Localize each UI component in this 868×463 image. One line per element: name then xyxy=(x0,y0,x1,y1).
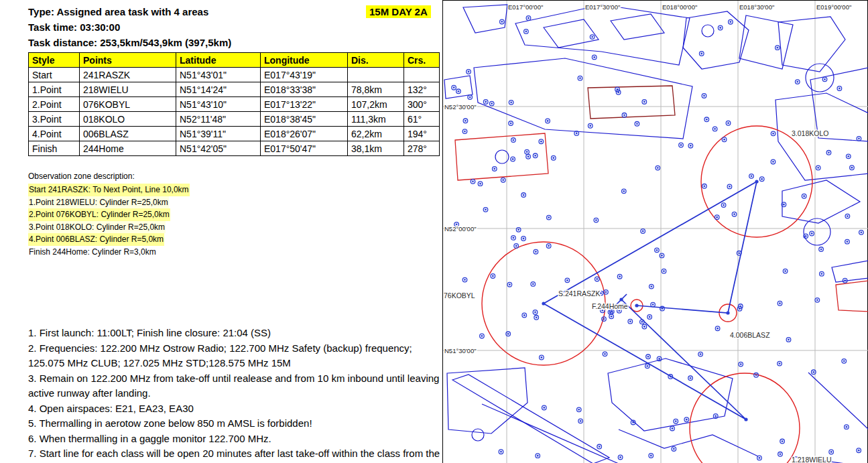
note-1: 1. First launch: 11:00LT; Finish line cl… xyxy=(28,326,445,341)
turnpoint-markers xyxy=(542,180,758,421)
cell: N51°39'11" xyxy=(176,127,261,141)
cell: 278° xyxy=(404,141,440,156)
col-latitude: Latitude xyxy=(176,53,261,68)
label-raszk: S.241RASZK xyxy=(558,289,600,297)
obs-line-2: 2.Point 076KOBYL: Cylinder R=25,0km xyxy=(28,208,190,221)
cell: Start xyxy=(29,68,80,82)
label-kobyl: 76KOBYL xyxy=(444,291,475,300)
day-badge: 15M DAY 2A xyxy=(366,5,431,18)
note-7: 7. Start line for each class will be ope… xyxy=(28,446,445,463)
cell: N52°11'48" xyxy=(176,112,261,127)
col-course: Crs. xyxy=(404,53,440,68)
lat-label: N52°00'00" xyxy=(444,225,477,233)
observation-zone-section: Observation zone description: Start 241R… xyxy=(28,172,190,258)
obs-text: 4.Point 006BLASZ: Cylinder R=5,0km xyxy=(28,233,164,246)
table-row: Finish244HomeN51°42'05"E017°50'47"38,1km… xyxy=(29,141,440,156)
note-4: 4. Open airspaces: E21, EA23, EA30 xyxy=(28,401,445,417)
cell: E017°13'22" xyxy=(261,97,348,112)
table-row: 4.Point006BLASZN51°39'11"E018°26'07"62,2… xyxy=(29,127,440,141)
note-6: 6. When thermalling in a gaggle monitor … xyxy=(28,432,445,447)
cell: 241RASZK xyxy=(80,68,176,82)
lat-label: N51°30'00" xyxy=(444,347,477,354)
cell: 194° xyxy=(404,127,440,141)
note-3: 3. Remain on 122.200 MHz from take-off u… xyxy=(28,371,445,401)
cell: 38,1km xyxy=(348,141,404,156)
obs-line-3: 3.Point 018KOLO: Cylinder R=25,0km xyxy=(28,221,190,234)
lon-label: E018°30'00" xyxy=(739,3,774,11)
cell: 006BLASZ xyxy=(80,127,176,141)
cell: 076KOBYL xyxy=(80,97,176,112)
lon-label: E018°00'00" xyxy=(662,3,697,11)
table-row: 3.Point018KOLON52°11'48"E018°38'45"111,3… xyxy=(29,112,440,127)
map-grid xyxy=(443,1,868,463)
cell: 62,2km xyxy=(348,127,404,141)
label-home: F.244Home xyxy=(592,302,628,310)
obs-text: Start 241RASZK: To Next Point, Line 10,0… xyxy=(28,184,190,196)
briefing-notes: 1. First launch: 11:00LT; Finish line cl… xyxy=(28,326,445,463)
cell: N51°14'24" xyxy=(176,82,261,97)
cell: 244Home xyxy=(80,141,176,156)
col-distance: Dis. xyxy=(348,53,404,68)
table-header-row: Style Points Latitude Longitude Dis. Crs… xyxy=(29,53,440,68)
cell: 107,2km xyxy=(348,97,404,112)
table-row: 2.Point076KOBYLN51°43'10"E017°13'22"107,… xyxy=(29,97,440,112)
col-style: Style xyxy=(29,53,80,68)
cell xyxy=(404,68,440,82)
task-time-line: Task time: 03:30:00 xyxy=(28,21,120,33)
lon-label: E019°00'00" xyxy=(816,3,851,11)
cell: E017°50'47" xyxy=(261,141,348,156)
obs-line-4: 4.Point 006BLASZ: Cylinder R=5,0km xyxy=(28,233,190,246)
cell: N51°43'01" xyxy=(176,68,261,82)
obs-text: Finish 244Home: Cylinder R=3,0km xyxy=(28,246,157,259)
cell: 3.Point xyxy=(29,112,80,127)
table-row: Start241RASZKN51°43'01"E017°43'19" xyxy=(29,68,440,82)
cell: E018°38'45" xyxy=(261,112,348,127)
note-2: 2. Frequencies: 122.200 MHz Ostrow Radio… xyxy=(28,341,445,371)
cell: E018°33'38" xyxy=(261,82,348,97)
task-map: E017°00'00" E017°30'00" E018°00'00" E018… xyxy=(442,0,868,463)
obs-text: 3.Point 018KOLO: Cylinder R=25,0km xyxy=(28,221,166,234)
cell: N51°42'05" xyxy=(176,141,261,156)
cell: E017°43'19" xyxy=(261,68,348,82)
cell: N51°43'10" xyxy=(176,97,261,112)
col-longitude: Longitude xyxy=(261,53,348,68)
obs-line-1: 1.Point 218WIELU: Cylinder R=25,0km xyxy=(28,196,190,209)
cell: 61° xyxy=(404,112,440,127)
cell: 4.Point xyxy=(29,127,80,141)
obs-line-finish: Finish 244Home: Cylinder R=3,0km xyxy=(28,246,190,259)
col-points: Points xyxy=(80,53,176,68)
label-blasz: 4.006BLASZ xyxy=(730,331,770,339)
cell: Finish xyxy=(29,141,80,156)
restricted-outlines xyxy=(455,86,868,312)
task-legs xyxy=(544,182,757,419)
cell: 018KOLO xyxy=(80,112,176,127)
lon-label: E017°00'00" xyxy=(508,3,543,11)
cell: 1.Point xyxy=(29,82,80,97)
task-route xyxy=(544,182,757,419)
obs-text: 2.Point 076KOBYL: Cylinder R=25,0km xyxy=(28,208,170,221)
observation-zone-circles xyxy=(482,126,812,463)
observation-title: Observation zone description: xyxy=(28,172,190,181)
map-svg: E017°00'00" E017°30'00" E018°00'00" E018… xyxy=(443,1,868,463)
task-type-line: Type: Assigned area task with 4 areas xyxy=(28,6,208,17)
cell xyxy=(348,68,404,82)
table-row: 1.Point218WIELUN51°14'24"E018°33'38"78,8… xyxy=(29,82,440,97)
label-wielu: 1.218WIELU xyxy=(792,456,832,463)
cell: E018°26'07" xyxy=(261,127,348,141)
task-sheet: Type: Assigned area task with 4 areas 15… xyxy=(0,0,868,463)
note-5: 5. Thermalling in aerotow zone below 850… xyxy=(28,416,445,432)
lon-label: E017°30'00" xyxy=(585,3,620,11)
obs-text: 1.Point 218WIELU: Cylinder R=25,0km xyxy=(28,196,169,209)
cell: 2.Point xyxy=(29,97,80,112)
cell: 132° xyxy=(404,82,440,97)
obs-line-start: Start 241RASZK: To Next Point, Line 10,0… xyxy=(28,184,190,196)
task-distance-line: Task distance: 253,5km/543,9km (397,5km) xyxy=(28,37,231,48)
cell: 78,8km xyxy=(348,82,404,97)
cell: 300° xyxy=(404,97,440,112)
cell: 111,3km xyxy=(348,112,404,127)
turnpoint-table: Style Points Latitude Longitude Dis. Crs… xyxy=(28,52,440,156)
lat-label: N52°30'00" xyxy=(444,103,477,111)
label-kolo: 3.018KOLO xyxy=(792,129,828,137)
cell: 218WIELU xyxy=(80,82,176,97)
